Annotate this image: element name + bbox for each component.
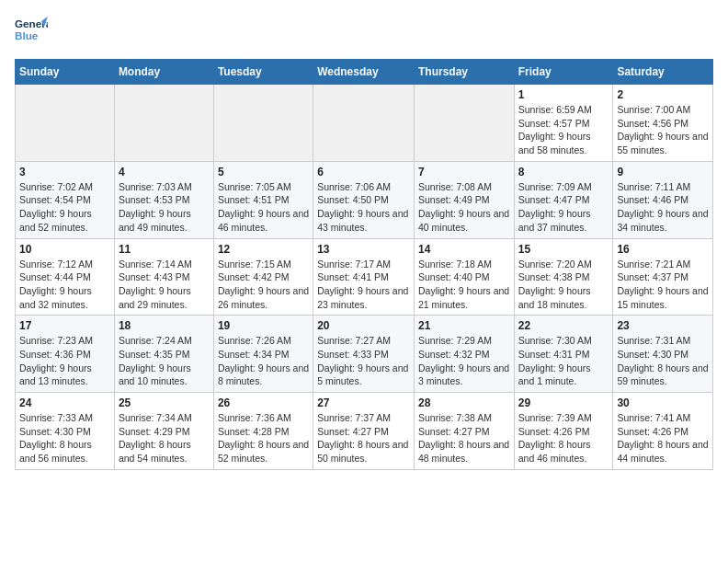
- day-info: Sunrise: 7:05 AM Sunset: 4:51 PM Dayligh…: [218, 180, 309, 235]
- day-info: Sunrise: 6:59 AM Sunset: 4:57 PM Dayligh…: [518, 103, 609, 157]
- day-info: Sunrise: 7:15 AM Sunset: 4:42 PM Dayligh…: [218, 258, 309, 312]
- day-info: Sunrise: 7:12 AM Sunset: 4:44 PM Dayligh…: [19, 258, 110, 312]
- day-cell: [414, 85, 514, 162]
- day-info: Sunrise: 7:17 AM Sunset: 4:41 PM Dayligh…: [317, 258, 410, 312]
- weekday-header-row: SundayMondayTuesdayWednesdayThursdayFrid…: [16, 60, 713, 85]
- day-cell: 16Sunrise: 7:21 AM Sunset: 4:37 PM Dayli…: [613, 238, 713, 316]
- day-info: Sunrise: 7:21 AM Sunset: 4:37 PM Dayligh…: [617, 258, 709, 312]
- week-row-1: 1Sunrise: 6:59 AM Sunset: 4:57 PM Daylig…: [16, 85, 713, 162]
- day-cell: 24Sunrise: 7:33 AM Sunset: 4:30 PM Dayli…: [16, 393, 115, 470]
- weekday-wednesday: Wednesday: [313, 60, 415, 85]
- day-info: Sunrise: 7:39 AM Sunset: 4:26 PM Dayligh…: [518, 411, 609, 465]
- day-cell: 28Sunrise: 7:38 AM Sunset: 4:27 PM Dayli…: [414, 393, 514, 470]
- day-number: 11: [119, 243, 210, 256]
- day-info: Sunrise: 7:09 AM Sunset: 4:47 PM Dayligh…: [518, 180, 609, 235]
- calendar-body: 1Sunrise: 6:59 AM Sunset: 4:57 PM Daylig…: [16, 85, 713, 470]
- day-cell: 18Sunrise: 7:24 AM Sunset: 4:35 PM Dayli…: [114, 316, 213, 393]
- weekday-tuesday: Tuesday: [213, 60, 313, 85]
- day-info: Sunrise: 7:33 AM Sunset: 4:30 PM Dayligh…: [19, 411, 110, 465]
- day-info: Sunrise: 7:38 AM Sunset: 4:27 PM Dayligh…: [418, 411, 510, 465]
- day-cell: 26Sunrise: 7:36 AM Sunset: 4:28 PM Dayli…: [213, 393, 313, 470]
- day-cell: 7Sunrise: 7:08 AM Sunset: 4:49 PM Daylig…: [414, 161, 514, 238]
- page-header: General Blue: [15, 15, 713, 48]
- day-cell: [114, 85, 213, 162]
- day-number: 12: [218, 243, 309, 256]
- day-number: 14: [418, 243, 510, 256]
- day-cell: 6Sunrise: 7:06 AM Sunset: 4:50 PM Daylig…: [313, 161, 415, 238]
- day-number: 21: [418, 319, 510, 332]
- day-info: Sunrise: 7:14 AM Sunset: 4:43 PM Dayligh…: [119, 258, 210, 312]
- day-number: 29: [518, 396, 609, 409]
- day-info: Sunrise: 7:02 AM Sunset: 4:54 PM Dayligh…: [19, 180, 110, 235]
- day-cell: 12Sunrise: 7:15 AM Sunset: 4:42 PM Dayli…: [213, 238, 313, 316]
- day-number: 28: [418, 396, 510, 409]
- day-info: Sunrise: 7:20 AM Sunset: 4:38 PM Dayligh…: [518, 258, 609, 312]
- day-info: Sunrise: 7:41 AM Sunset: 4:26 PM Dayligh…: [617, 411, 709, 465]
- day-cell: [213, 85, 313, 162]
- day-number: 15: [518, 243, 609, 256]
- week-row-2: 3Sunrise: 7:02 AM Sunset: 4:54 PM Daylig…: [16, 161, 713, 238]
- day-info: Sunrise: 7:26 AM Sunset: 4:34 PM Dayligh…: [218, 334, 309, 388]
- day-info: Sunrise: 7:36 AM Sunset: 4:28 PM Dayligh…: [218, 411, 309, 465]
- day-number: 19: [218, 319, 309, 332]
- day-number: 27: [317, 396, 410, 409]
- day-cell: [313, 85, 415, 162]
- day-info: Sunrise: 7:00 AM Sunset: 4:56 PM Dayligh…: [617, 103, 709, 157]
- day-number: 25: [119, 396, 210, 409]
- week-row-5: 24Sunrise: 7:33 AM Sunset: 4:30 PM Dayli…: [16, 393, 713, 470]
- day-cell: 4Sunrise: 7:03 AM Sunset: 4:53 PM Daylig…: [114, 161, 213, 238]
- day-info: Sunrise: 7:31 AM Sunset: 4:30 PM Dayligh…: [617, 334, 709, 388]
- day-number: 8: [518, 166, 609, 178]
- day-number: 18: [119, 319, 210, 332]
- day-cell: [16, 85, 115, 162]
- day-number: 17: [19, 319, 110, 332]
- day-number: 4: [119, 166, 210, 178]
- day-cell: 9Sunrise: 7:11 AM Sunset: 4:46 PM Daylig…: [613, 161, 713, 238]
- day-cell: 3Sunrise: 7:02 AM Sunset: 4:54 PM Daylig…: [16, 161, 115, 238]
- week-row-4: 17Sunrise: 7:23 AM Sunset: 4:36 PM Dayli…: [16, 316, 713, 393]
- weekday-monday: Monday: [114, 60, 213, 85]
- day-info: Sunrise: 7:03 AM Sunset: 4:53 PM Dayligh…: [119, 180, 210, 235]
- day-info: Sunrise: 7:34 AM Sunset: 4:29 PM Dayligh…: [119, 411, 210, 465]
- day-cell: 22Sunrise: 7:30 AM Sunset: 4:31 PM Dayli…: [514, 316, 613, 393]
- day-cell: 1Sunrise: 6:59 AM Sunset: 4:57 PM Daylig…: [514, 85, 613, 162]
- day-info: Sunrise: 7:06 AM Sunset: 4:50 PM Dayligh…: [317, 180, 410, 235]
- day-cell: 5Sunrise: 7:05 AM Sunset: 4:51 PM Daylig…: [213, 161, 313, 238]
- day-cell: 30Sunrise: 7:41 AM Sunset: 4:26 PM Dayli…: [613, 393, 713, 470]
- day-number: 26: [218, 396, 309, 409]
- day-number: 2: [617, 88, 709, 101]
- day-number: 23: [617, 319, 709, 332]
- day-cell: 2Sunrise: 7:00 AM Sunset: 4:56 PM Daylig…: [613, 85, 713, 162]
- day-info: Sunrise: 7:29 AM Sunset: 4:32 PM Dayligh…: [418, 334, 510, 388]
- day-cell: 19Sunrise: 7:26 AM Sunset: 4:34 PM Dayli…: [213, 316, 313, 393]
- day-info: Sunrise: 7:37 AM Sunset: 4:27 PM Dayligh…: [317, 411, 410, 465]
- day-cell: 14Sunrise: 7:18 AM Sunset: 4:40 PM Dayli…: [414, 238, 514, 316]
- weekday-thursday: Thursday: [414, 60, 514, 85]
- day-cell: 10Sunrise: 7:12 AM Sunset: 4:44 PM Dayli…: [16, 238, 115, 316]
- svg-text:Blue: Blue: [15, 29, 39, 41]
- day-number: 16: [617, 243, 709, 256]
- day-number: 24: [19, 396, 110, 409]
- day-cell: 25Sunrise: 7:34 AM Sunset: 4:29 PM Dayli…: [114, 393, 213, 470]
- day-cell: 20Sunrise: 7:27 AM Sunset: 4:33 PM Dayli…: [313, 316, 415, 393]
- day-number: 1: [518, 88, 609, 101]
- day-cell: 13Sunrise: 7:17 AM Sunset: 4:41 PM Dayli…: [313, 238, 415, 316]
- day-number: 3: [19, 166, 110, 178]
- day-cell: 23Sunrise: 7:31 AM Sunset: 4:30 PM Dayli…: [613, 316, 713, 393]
- day-cell: 8Sunrise: 7:09 AM Sunset: 4:47 PM Daylig…: [514, 161, 613, 238]
- weekday-saturday: Saturday: [613, 60, 713, 85]
- day-cell: 15Sunrise: 7:20 AM Sunset: 4:38 PM Dayli…: [514, 238, 613, 316]
- day-info: Sunrise: 7:24 AM Sunset: 4:35 PM Dayligh…: [119, 334, 210, 388]
- day-cell: 29Sunrise: 7:39 AM Sunset: 4:26 PM Dayli…: [514, 393, 613, 470]
- day-cell: 21Sunrise: 7:29 AM Sunset: 4:32 PM Dayli…: [414, 316, 514, 393]
- calendar-table: SundayMondayTuesdayWednesdayThursdayFrid…: [15, 59, 713, 470]
- day-number: 10: [19, 243, 110, 256]
- day-number: 30: [617, 396, 709, 409]
- day-info: Sunrise: 7:30 AM Sunset: 4:31 PM Dayligh…: [518, 334, 609, 388]
- day-info: Sunrise: 7:08 AM Sunset: 4:49 PM Dayligh…: [418, 180, 510, 235]
- svg-text:General: General: [15, 17, 48, 29]
- day-info: Sunrise: 7:23 AM Sunset: 4:36 PM Dayligh…: [19, 334, 110, 388]
- day-cell: 11Sunrise: 7:14 AM Sunset: 4:43 PM Dayli…: [114, 238, 213, 316]
- day-cell: 17Sunrise: 7:23 AM Sunset: 4:36 PM Dayli…: [16, 316, 115, 393]
- day-number: 22: [518, 319, 609, 332]
